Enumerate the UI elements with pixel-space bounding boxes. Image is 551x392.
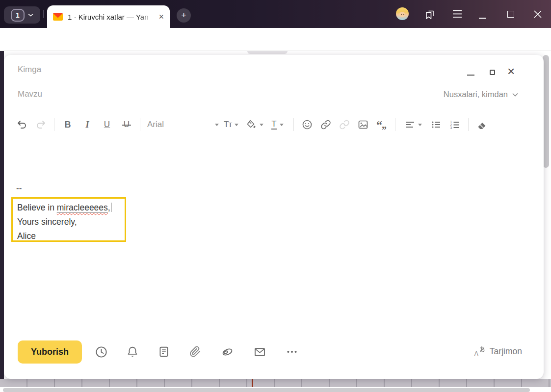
signature-separator: -- [16, 183, 22, 193]
font-family-select[interactable]: Arial [147, 120, 219, 130]
chevron-down-icon [235, 124, 238, 126]
window-maximize-button[interactable] [507, 11, 514, 18]
align-icon [405, 120, 415, 130]
kana-glyph-icon [478, 345, 486, 353]
redo-icon [35, 119, 47, 131]
to-field[interactable]: Kimga [18, 65, 449, 79]
font-size-select[interactable]: Tт [220, 116, 242, 133]
bookmarks-collections-icon[interactable] [424, 9, 436, 21]
text-color-select[interactable]: T [267, 116, 287, 133]
envelope-icon [253, 345, 266, 359]
to-placeholder: Kimga [18, 65, 41, 74]
compose-minimize-button[interactable] [467, 75, 474, 76]
redo-button[interactable] [33, 116, 48, 133]
band-red-marker [252, 379, 253, 387]
note-icon [157, 345, 170, 358]
page-area: Kimga × Mavzu Nusxalari, kimdan B [0, 51, 551, 392]
underline-button[interactable]: U [100, 116, 114, 133]
message-body-editor[interactable]: -- Believe in miracleeeees, Yours sincer… [4, 143, 524, 330]
browser-toolbar: Я mail.yandex.uz 1 · Kiruvchi xatlar — Y… [0, 28, 551, 51]
chevron-down-icon [260, 124, 263, 126]
avatar-eye [401, 14, 402, 15]
yandex-mail-icon [53, 13, 63, 21]
signature-highlight-box: Believe in miracleeeees, Yours sincerely… [11, 197, 126, 242]
bell-icon [126, 345, 139, 358]
emoji-icon [301, 119, 313, 131]
ellipsis-icon [286, 345, 298, 358]
subject-field[interactable]: Mavzu [18, 89, 430, 104]
chevron-down-icon [28, 13, 33, 17]
quote-button[interactable]: “ „ [374, 116, 389, 133]
dimmed-page-background [0, 51, 4, 387]
align-select[interactable] [401, 116, 426, 133]
bold-button[interactable]: B [60, 116, 75, 133]
text-color-glyph: T [271, 120, 276, 130]
menu-icon[interactable] [452, 10, 462, 18]
clear-formatting-button[interactable] [474, 116, 489, 133]
signature-line-1: Believe in miracleeeees, [17, 201, 120, 215]
font-size-glyph: Tт [224, 120, 232, 130]
strikethrough-glyph: U [124, 120, 130, 130]
translator-button[interactable]: A Tarjimon [474, 345, 522, 357]
avatar-eye [403, 14, 404, 15]
undo-button[interactable] [15, 116, 29, 133]
text-cursor [111, 203, 112, 212]
format-divider [293, 118, 294, 131]
emoji-button[interactable] [300, 116, 315, 133]
chevron-down-icon [280, 124, 284, 126]
remove-link-button[interactable] [337, 116, 352, 133]
numbered-list-button[interactable]: 1 2 3 [447, 116, 462, 133]
more-options-button[interactable] [285, 345, 299, 359]
avatar[interactable] [396, 7, 409, 20]
attach-from-mail-button[interactable] [253, 345, 266, 359]
misspelled-word: miracleeeees [57, 203, 108, 212]
horizontal-scrollbar[interactable] [3, 388, 530, 392]
chevron-down-icon [418, 124, 422, 126]
avatar-face [399, 12, 405, 17]
template-button[interactable] [157, 345, 171, 359]
format-divider [395, 118, 395, 131]
new-tab-button[interactable]: + [177, 8, 191, 23]
bullet-list-icon [430, 119, 442, 131]
compose-close-button[interactable]: × [507, 65, 515, 78]
signature-line-3: Alice [17, 229, 120, 243]
font-family-value: Arial [147, 120, 164, 130]
tab-group-button[interactable]: 1 [4, 6, 40, 24]
tab-title: 1 · Kiruvchi xatlar — Yan [68, 13, 152, 21]
chevron-down-icon [215, 124, 219, 126]
browser-topbar: 1 1 · Kiruvchi xatlar — Yan × + [0, 0, 551, 28]
compose-collapse-button[interactable] [490, 70, 495, 75]
schedule-send-button[interactable] [94, 345, 108, 359]
window-close-button[interactable] [534, 10, 542, 18]
compose-window: Kimga × Mavzu Nusxalari, kimdan B [4, 55, 544, 379]
tabbar-divider [43, 10, 44, 18]
attach-file-button[interactable] [188, 345, 202, 359]
format-divider [140, 118, 140, 131]
dimmed-content-band [0, 379, 551, 387]
undo-icon [16, 119, 28, 131]
bullet-list-button[interactable] [429, 116, 444, 133]
tab-inbox[interactable]: 1 · Kiruvchi xatlar — Yan × [47, 5, 170, 28]
reminder-button[interactable] [126, 345, 139, 359]
italic-button[interactable]: I [80, 116, 95, 133]
window-minimize-button[interactable] [479, 18, 486, 19]
strikethrough-button[interactable]: U [119, 116, 134, 133]
tab-close-icon[interactable]: × [158, 12, 164, 21]
quote-close-glyph: „ [382, 119, 387, 131]
cc-from-dropdown[interactable]: Nusxalari, kimdan [444, 90, 518, 99]
format-divider [54, 118, 54, 131]
translate-icon: A [474, 345, 486, 357]
paperclip-icon [189, 345, 202, 358]
format-divider [468, 118, 469, 131]
insert-link-button[interactable] [318, 116, 333, 133]
attach-from-disk-button[interactable] [220, 345, 234, 359]
insert-image-button[interactable] [356, 116, 370, 133]
top-center-notch [247, 51, 288, 54]
link-icon [320, 119, 332, 131]
unlink-icon [339, 119, 350, 131]
signature-line-2: Yours sincerely, [17, 215, 120, 229]
tab-counter: 1 [11, 9, 25, 22]
highlight-color-select[interactable] [242, 116, 267, 133]
subject-placeholder: Mavzu [18, 89, 42, 99]
send-button[interactable]: Yuborish [18, 340, 82, 364]
